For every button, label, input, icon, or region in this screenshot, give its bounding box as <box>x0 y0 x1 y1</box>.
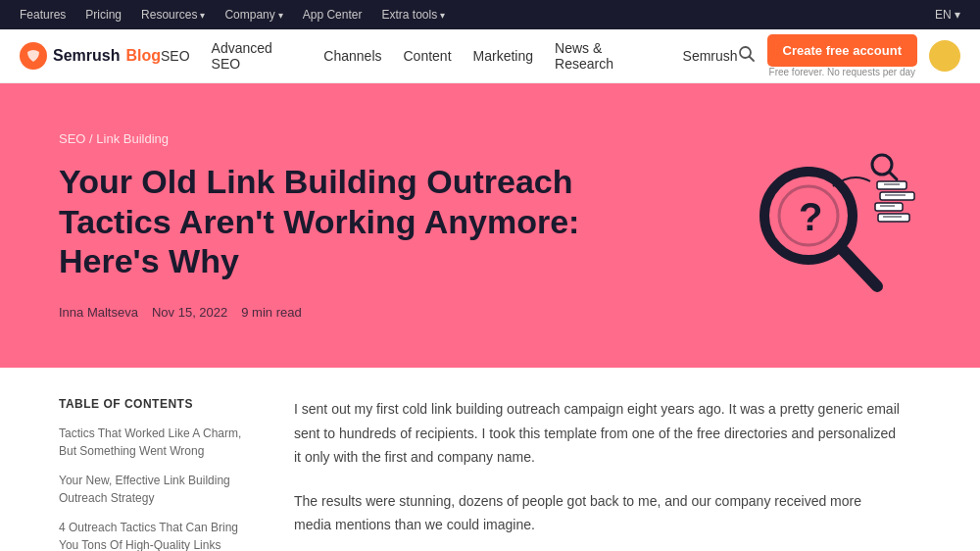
topbar-company[interactable]: Company▾ <box>224 8 282 22</box>
free-label: Free forever. No requests per day <box>767 67 917 78</box>
hero-section: SEO / Link Building Your Old Link Buildi… <box>0 83 980 368</box>
svg-line-5 <box>843 250 877 286</box>
table-of-contents-sidebar: TABLE OF CONTENTS Tactics That Worked Li… <box>59 397 255 551</box>
article-meta: Inna Maltseva Nov 15, 2022 9 min read <box>59 305 588 320</box>
hero-illustration-svg: ? <box>725 127 921 324</box>
user-avatar-button[interactable] <box>929 40 960 72</box>
svg-rect-9 <box>875 203 903 211</box>
svg-rect-7 <box>877 181 906 189</box>
content-area: TABLE OF CONTENTS Tactics That Worked Li… <box>0 368 980 551</box>
nav-content[interactable]: Content <box>404 48 452 64</box>
nav-links: SEO Advanced SEO Channels Content Market… <box>161 40 738 72</box>
topbar-pricing[interactable]: Pricing <box>85 8 122 22</box>
topbar-appcenter[interactable]: App Center <box>303 8 363 22</box>
toc-item-1[interactable]: Your New, Effective Link Building Outrea… <box>59 472 255 507</box>
breadcrumb-seo[interactable]: SEO <box>59 131 85 146</box>
topbar-resources[interactable]: Resources▾ <box>141 8 205 22</box>
search-icon <box>738 45 756 63</box>
nav-marketing[interactable]: Marketing <box>473 48 533 64</box>
topbar-lang[interactable]: EN ▾ <box>935 8 960 22</box>
nav-semrush[interactable]: Semrush <box>683 48 738 64</box>
topbar-features[interactable]: Features <box>20 8 66 22</box>
nav-seo[interactable]: SEO <box>161 48 190 64</box>
nav-channels[interactable]: Channels <box>323 48 381 64</box>
nav-logo[interactable]: Semrush Blog <box>20 42 161 70</box>
svg-line-16 <box>890 173 897 179</box>
hero-content: SEO / Link Building Your Old Link Buildi… <box>59 131 588 320</box>
article-paragraph-0: I sent out my first cold link building o… <box>294 397 902 470</box>
semrush-logo-icon <box>20 42 47 70</box>
breadcrumb: SEO / Link Building <box>59 131 588 146</box>
top-bar: Features Pricing Resources▾ Company▾ App… <box>0 0 980 29</box>
logo-semrush-text: Semrush <box>53 47 120 65</box>
article-author: Inna Maltseva <box>59 305 138 320</box>
svg-line-2 <box>749 57 754 62</box>
article-paragraph-1: The results were stunning, dozens of peo… <box>294 489 902 537</box>
article-read-time: 9 min read <box>241 305 301 320</box>
toc-heading: TABLE OF CONTENTS <box>59 397 255 411</box>
hero-illustration: ? <box>725 127 921 324</box>
toc-item-2[interactable]: 4 Outreach Tactics That Can Bring You To… <box>59 519 255 551</box>
search-button[interactable] <box>738 45 756 67</box>
nav-advanced-seo[interactable]: Advanced SEO <box>212 40 303 72</box>
cta-container: Create free account Free forever. No req… <box>767 34 917 78</box>
create-free-account-button[interactable]: Create free account <box>767 34 917 67</box>
svg-text:?: ? <box>799 195 822 238</box>
svg-rect-10 <box>878 214 909 222</box>
article-body: I sent out my first cold link building o… <box>294 397 902 551</box>
nav-news-research[interactable]: News & Research <box>555 40 662 72</box>
main-nav: Semrush Blog SEO Advanced SEO Channels C… <box>0 29 980 83</box>
article-date: Nov 15, 2022 <box>152 305 227 320</box>
logo-blog-text: Blog <box>125 47 161 65</box>
svg-rect-8 <box>880 192 914 200</box>
topbar-extratools[interactable]: Extra tools▾ <box>381 8 445 22</box>
article-title: Your Old Link Building Outreach Tactics … <box>59 162 588 281</box>
nav-right: Create free account Free forever. No req… <box>738 34 960 78</box>
top-bar-links: Features Pricing Resources▾ Company▾ App… <box>20 8 445 22</box>
toc-item-0[interactable]: Tactics That Worked Like A Charm, But So… <box>59 425 255 460</box>
breadcrumb-category[interactable]: Link Building <box>96 131 169 146</box>
